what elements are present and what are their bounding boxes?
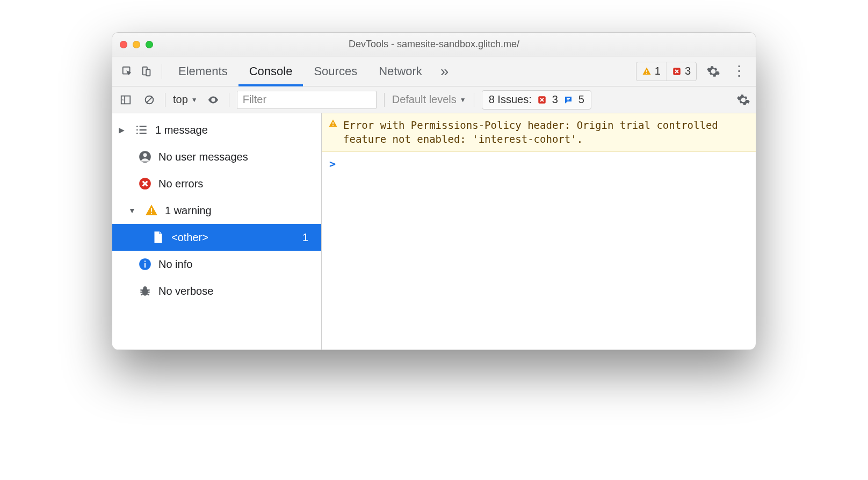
titlebar: DevTools - samesite-sandbox.glitch.me/ <box>112 33 756 56</box>
device-toggle-icon[interactable] <box>137 62 156 81</box>
separator <box>474 93 474 107</box>
warning-icon <box>642 67 652 76</box>
eye-icon <box>207 94 219 106</box>
sidebar-warnings-label: 1 warning <box>165 205 321 217</box>
svg-rect-26 <box>144 261 146 262</box>
svg-line-34 <box>147 294 149 295</box>
prompt-symbol: > <box>329 157 336 170</box>
warnings-count: 1 <box>655 65 661 77</box>
sidebar-warnings[interactable]: ▼ 1 warning <box>112 197 321 224</box>
svg-line-29 <box>140 290 142 290</box>
bug-icon <box>138 284 152 298</box>
console-prompt[interactable]: > <box>322 152 756 176</box>
sidebar-messages-label: 1 message <box>155 124 321 136</box>
clear-console-button[interactable] <box>141 92 157 108</box>
svg-line-33 <box>141 294 142 295</box>
live-expression-button[interactable] <box>205 92 221 108</box>
error-icon <box>138 177 152 191</box>
more-options-button[interactable]: ⋮ <box>728 68 750 74</box>
svg-rect-25 <box>144 263 146 268</box>
svg-rect-23 <box>151 213 152 214</box>
sidebar-verbose-label: No verbose <box>158 285 321 297</box>
tab-bar: Elements Console Sources Network » 1 3 ⋮ <box>112 56 756 86</box>
chevron-down-icon: ▼ <box>460 96 466 104</box>
errors-count: 3 <box>685 65 691 77</box>
tab-sources[interactable]: Sources <box>303 56 368 86</box>
inspect-element-icon[interactable] <box>118 62 137 81</box>
close-window-button[interactable] <box>120 41 127 48</box>
svg-line-30 <box>147 290 149 290</box>
file-icon <box>151 230 165 244</box>
sidebar-user-messages[interactable]: No user messages <box>112 143 321 170</box>
info-icon <box>138 257 152 271</box>
message-icon <box>563 95 573 105</box>
separator <box>162 64 162 79</box>
svg-point-28 <box>143 286 147 290</box>
issues-label: 8 Issues: <box>489 93 532 106</box>
levels-label: Default levels <box>392 93 457 106</box>
expand-icon: ▶ <box>119 126 128 134</box>
warning-icon <box>328 119 338 146</box>
issues-messages-count: 5 <box>578 93 584 106</box>
toggle-sidebar-button[interactable] <box>118 92 134 108</box>
separator <box>165 93 165 107</box>
error-icon <box>537 95 547 105</box>
issues-button[interactable]: 8 Issues: 3 5 <box>482 90 591 110</box>
log-levels-selector[interactable]: Default levels ▼ <box>392 93 466 106</box>
console-warning-text: Error with Permissions-Policy header: Or… <box>343 119 748 146</box>
sidebar-verbose[interactable]: No verbose <box>112 278 321 304</box>
tab-network[interactable]: Network <box>368 56 433 86</box>
console-toolbar: top ▼ Default levels ▼ 8 Issues: 3 5 <box>112 86 756 113</box>
console-warning-row[interactable]: Error with Permissions-Policy header: Or… <box>322 113 756 152</box>
svg-rect-35 <box>332 122 334 125</box>
context-label: top <box>173 93 188 106</box>
warnings-badge[interactable]: 1 <box>636 62 666 81</box>
tab-console[interactable]: Console <box>238 56 303 86</box>
svg-rect-2 <box>146 69 150 76</box>
more-tabs-button[interactable]: » <box>433 63 457 80</box>
minimize-window-button[interactable] <box>133 41 140 48</box>
sidebar-errors-label: No errors <box>158 178 321 190</box>
svg-rect-4 <box>646 73 647 74</box>
collapse-icon: ▼ <box>128 206 138 215</box>
sidebar-info-label: No info <box>158 258 321 271</box>
warning-icon <box>144 203 158 217</box>
sidebar-other-label: <other> <box>171 231 296 244</box>
context-selector[interactable]: top ▼ <box>173 93 198 106</box>
list-icon <box>135 123 149 137</box>
svg-rect-3 <box>646 70 647 72</box>
console-output: Error with Permissions-Policy header: Or… <box>322 113 756 350</box>
gear-icon <box>706 64 720 78</box>
devtools-window: DevTools - samesite-sandbox.glitch.me/ E… <box>112 32 756 350</box>
zoom-window-button[interactable] <box>146 41 153 48</box>
errors-badge[interactable]: 3 <box>666 62 696 81</box>
filter-input[interactable] <box>237 91 377 109</box>
svg-point-20 <box>143 153 147 157</box>
separator <box>229 93 229 107</box>
content-area: ▶ 1 message No user messages No errors ▼… <box>112 113 756 350</box>
user-icon <box>138 150 152 164</box>
sidebar-messages[interactable]: ▶ 1 message <box>112 117 321 143</box>
window-title: DevTools - samesite-sandbox.glitch.me/ <box>112 39 756 50</box>
sidebar-errors[interactable]: No errors <box>112 170 321 197</box>
clear-icon <box>143 94 155 106</box>
sidebar-info[interactable]: No info <box>112 251 321 278</box>
sidebar-user-label: No user messages <box>158 151 321 163</box>
window-controls <box>120 41 153 48</box>
svg-line-9 <box>147 97 153 103</box>
status-badges: 1 3 <box>636 62 697 81</box>
chevron-down-icon: ▼ <box>191 96 198 104</box>
sidebar-other-count: 1 <box>302 231 321 244</box>
separator <box>384 93 385 107</box>
sidebar-other[interactable]: <other> 1 <box>112 224 321 251</box>
issues-errors-count: 3 <box>552 93 558 106</box>
console-sidebar: ▶ 1 message No user messages No errors ▼… <box>112 113 322 350</box>
svg-rect-22 <box>151 208 152 212</box>
settings-button[interactable] <box>706 64 720 78</box>
error-icon <box>672 67 682 76</box>
tab-elements[interactable]: Elements <box>168 56 238 86</box>
gear-icon <box>736 93 750 107</box>
svg-rect-36 <box>332 125 334 126</box>
console-settings-button[interactable] <box>736 93 750 107</box>
